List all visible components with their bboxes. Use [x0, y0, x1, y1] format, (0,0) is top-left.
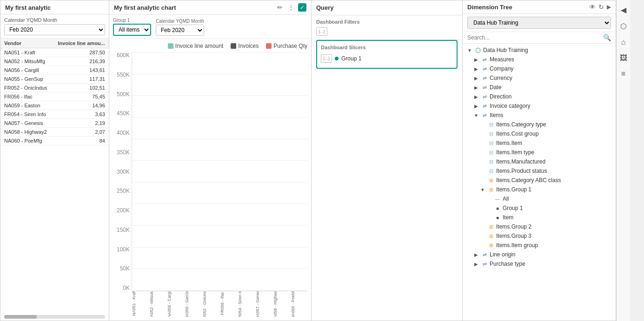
tree-toggle[interactable]: ▼: [479, 186, 486, 193]
search-icon[interactable]: 🔍: [603, 34, 611, 41]
xaxis-label: FR052 - OnicIndus: [202, 291, 219, 317]
dim-icon: ⇌: [483, 103, 487, 109]
tree-node[interactable]: ▶ ⇌ Date: [463, 83, 616, 92]
tree-node[interactable]: ▼ ⊞ Items.Group 1: [463, 185, 616, 194]
tree-node[interactable]: ⊞ Items.Group 2: [463, 222, 616, 231]
hier-icon: ⊞: [489, 177, 493, 183]
tree-label: Purchase type: [490, 261, 525, 267]
grid-line: [132, 74, 307, 74]
tree-node[interactable]: ▶ ⇌ Direction: [463, 92, 616, 101]
tree-node[interactable]: ▶ ⇌ Currency: [463, 73, 616, 83]
tree-toggle: ▶: [473, 261, 479, 267]
tree-node[interactable]: ⊟ Items.Cost group: [463, 129, 616, 138]
analytic-panel: My first analytic Calendar YQMD Month Fe…: [0, 0, 109, 321]
grid-lines: [132, 52, 307, 291]
xaxis-label: NA058 - Highway2: [273, 291, 290, 317]
tree-node[interactable]: ▶ ⇌ Invoice category: [463, 101, 616, 111]
slicer-item[interactable]: {...} Group 1: [321, 53, 453, 64]
image-sidebar-icon[interactable]: 🖼: [618, 52, 629, 64]
hub-select[interactable]: Data Hub Training: [467, 17, 611, 29]
cube-sidebar-icon[interactable]: ⬡: [618, 20, 629, 33]
analytic-filter-select[interactable]: Feb 2020: [4, 24, 105, 35]
grid-line: [132, 160, 307, 161]
tree-node[interactable]: ⊞ Items.Group 3: [463, 231, 616, 241]
scrollbar-track[interactable]: [4, 315, 105, 319]
legend-item: Invoice line amount: [168, 43, 223, 49]
scroll-right-icon[interactable]: ▶: [607, 4, 611, 10]
tree-label: Group 1: [503, 205, 523, 211]
tree-icon: ⊟: [487, 149, 495, 156]
tree-node[interactable]: ⊟ Items.Manufactured: [463, 157, 616, 166]
dimtree-icons: 👁 ↻ ▶: [589, 3, 611, 11]
slicers-box: Dashboard Slicers {...} Group 1: [316, 40, 458, 69]
tree-label: Items.Item type: [496, 149, 534, 156]
tree-toggle: ▶: [473, 251, 479, 258]
tree-toggle: [479, 177, 486, 183]
vendor-cell: NA059 - Easton: [0, 101, 53, 110]
search-row: 🔍: [463, 32, 616, 44]
analytic-table-scroll: Vendor Invoice line amou... NA051 - Kraf…: [0, 39, 109, 313]
amount-cell: 117,31: [53, 75, 109, 84]
dim-icon: ⇌: [483, 75, 487, 81]
tree-node[interactable]: ⊞ Items.Category ABC class: [463, 176, 616, 185]
chart-header: My first analytic chart ✏ ⋮ ✓: [109, 0, 311, 15]
tree-icon: ⊟: [487, 121, 495, 128]
dimtree-title: Dimension Tree: [467, 4, 512, 11]
more-icon[interactable]: ⋮: [287, 3, 295, 12]
home-sidebar-icon[interactable]: ⌂: [619, 36, 628, 48]
chart-title: My first analytic chart: [114, 4, 176, 11]
yaxis-label: 450K: [117, 110, 130, 117]
legend-item: Purchase Qty: [266, 43, 307, 49]
tree-toggle[interactable]: ▼: [466, 47, 473, 53]
xaxis-label: NA060 - PoeMfg: [291, 291, 307, 317]
vendor-cell: NA060 - PoeMfg: [0, 137, 53, 145]
tree-node[interactable]: ▶ ⇌ Company: [463, 64, 616, 73]
eye-off-icon[interactable]: 👁: [589, 3, 596, 11]
tree-node[interactable]: ⊟ Items.Item type: [463, 148, 616, 157]
tree-node[interactable]: ⊟ Items.Product status: [463, 166, 616, 176]
tree-node[interactable]: ⊟ Items.Category type: [463, 120, 616, 129]
dim-icon: ⇌: [483, 85, 487, 91]
tree-node[interactable]: ⊞ Items.Item group: [463, 241, 616, 250]
group-select[interactable]: All items: [113, 24, 151, 36]
check-icon[interactable]: ✓: [298, 3, 306, 12]
slicers-title: Dashboard Slicers: [321, 45, 453, 50]
tree-node[interactable]: ▶ ⇌ Measures: [463, 55, 616, 64]
tree-node[interactable]: ▶ ⇌ Purchase type: [463, 259, 616, 269]
tree-label: Item: [503, 214, 513, 221]
dim-icon: ⇌: [483, 94, 487, 100]
amount-cell: 143,61: [53, 66, 109, 75]
refresh-icon[interactable]: ↻: [598, 3, 604, 11]
attr-icon: ⊟: [489, 131, 493, 137]
edit-icon[interactable]: ✏: [276, 3, 284, 12]
xaxis-labels: NA051 - KraftNA052 - MitsuMfgNA056 - Car…: [132, 291, 307, 317]
tree-node[interactable]: ■ Group 1: [463, 203, 616, 213]
tree-label: Invoice category: [490, 103, 530, 109]
tree-label: Items.Product status: [496, 168, 547, 174]
tree-node[interactable]: ▶ ⇌ Line origin: [463, 250, 616, 259]
collapse-sidebar-icon[interactable]: ◀: [619, 4, 628, 16]
tree-node[interactable]: ▼ ⬡ Data Hub Training: [463, 46, 616, 55]
tree-node[interactable]: — All: [463, 194, 616, 203]
slicer-json-icon: {...}: [321, 54, 332, 63]
tree-node[interactable]: ⊟ Items.Item: [463, 138, 616, 148]
layers-sidebar-icon[interactable]: ≡: [619, 68, 627, 80]
attr-icon: ⊟: [489, 122, 493, 128]
tree-node[interactable]: ■ Item: [463, 213, 616, 222]
month-select[interactable]: Feb 2020: [156, 25, 204, 36]
tree-label: Items.Group 1: [496, 186, 531, 193]
tree-toggle[interactable]: ▼: [473, 112, 479, 118]
tree-toggle: [479, 121, 486, 128]
search-input[interactable]: [467, 34, 601, 41]
tree-icon: ⊞: [487, 242, 495, 249]
xaxis-label: NA056 - Cargill: [167, 291, 184, 317]
filters-json-icon[interactable]: {...}: [316, 27, 327, 36]
tree-node[interactable]: ▼ ⇌ Items: [463, 111, 616, 120]
month-control: Calendar YQMD Month Feb 2020: [156, 19, 204, 36]
hier-icon: ⊞: [489, 224, 493, 230]
group-label: Group 1: [113, 18, 151, 23]
tree-icon: ■: [494, 204, 501, 212]
chart-controls: Group 1 All items Calendar YQMD Month Fe…: [109, 15, 311, 39]
vendor-cell: FR052 - OnicIndus: [0, 84, 53, 92]
grid-line: [132, 247, 307, 248]
